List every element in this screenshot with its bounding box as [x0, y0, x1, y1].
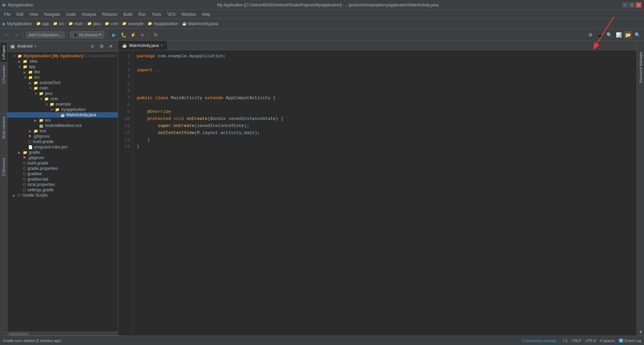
- tree-gradle[interactable]: ▶ 📁 gradle: [7, 150, 118, 155]
- menu-edit[interactable]: Edit: [14, 11, 26, 17]
- collapse-all-button[interactable]: ⊟: [88, 42, 96, 50]
- tree-java[interactable]: ▼ 📁 java: [7, 91, 118, 96]
- close-button[interactable]: ✕: [636, 2, 641, 8]
- status-encoding[interactable]: UTF-8: [586, 339, 596, 343]
- menu-help[interactable]: Help: [199, 11, 213, 17]
- tree-gradle-scripts[interactable]: ▶ ⬡ Gradle Scripts: [7, 193, 118, 198]
- breadcrumb-src[interactable]: src: [59, 21, 64, 26]
- sidebar-tab-structure[interactable]: Z-Structure: [0, 155, 7, 179]
- tree-androidmanifest[interactable]: 🤖 AndroidManifest.xml: [7, 123, 118, 128]
- stop-button[interactable]: ■: [138, 31, 146, 39]
- status-indent[interactable]: 4 spaces: [600, 339, 615, 343]
- tree-androidtest-label: androidTest: [40, 80, 60, 85]
- status-event-log-section[interactable]: 1 Event Log: [619, 339, 641, 343]
- maximize-button[interactable]: □: [629, 2, 635, 8]
- close-panel-button[interactable]: ✕: [107, 42, 115, 50]
- sidebar-tab-build-variants[interactable]: Build Variants: [0, 113, 7, 141]
- tree-main[interactable]: ▼ 📁 main: [7, 85, 118, 91]
- tree-res[interactable]: ▶ 📁 res: [7, 118, 118, 123]
- tree-gitignore-app[interactable]: ⚑ .gitignore: [7, 134, 118, 139]
- minimize-button[interactable]: −: [623, 2, 628, 8]
- pause-button[interactable]: ⏸: [637, 328, 644, 336]
- profile-button[interactable]: ⚡: [129, 31, 137, 39]
- profiler-button[interactable]: 📊: [614, 31, 623, 39]
- com-folder-icon: 📁: [44, 97, 49, 101]
- project-view-dropdown-icon[interactable]: ▾: [35, 44, 37, 49]
- sidebar-tab-project[interactable]: 1:Project: [0, 42, 7, 62]
- line-num-8: 8: [119, 102, 130, 109]
- breadcrumb-com[interactable]: com: [111, 21, 118, 26]
- breadcrumb-java[interactable]: java: [93, 21, 101, 26]
- breadcrumb-mainactivity[interactable]: MainActivity.java: [188, 21, 218, 26]
- no-devices-button[interactable]: 📱 No Devices ▾: [70, 31, 104, 38]
- tree-gitignore-app-label: .gitignore: [33, 134, 49, 139]
- breadcrumb-main[interactable]: main: [74, 21, 83, 26]
- menu-tools[interactable]: Tools: [149, 11, 164, 17]
- breadcrumb-myapplication[interactable]: MyApplication: [7, 21, 32, 26]
- breadcrumb-sep-8: ›: [179, 21, 181, 26]
- avd-manager-button[interactable]: 📱: [596, 31, 604, 39]
- menu-vcs[interactable]: VCS: [165, 11, 178, 17]
- tree-app[interactable]: ▼ 📁 app: [7, 64, 118, 69]
- breadcrumb-example[interactable]: example: [128, 21, 143, 26]
- tree-local-properties-label: local.properties: [28, 182, 55, 187]
- tree-androidtest[interactable]: ▶ 📁 androidTest: [7, 80, 118, 85]
- tree-gradlew-bat-label: gradlew.bat: [28, 177, 48, 182]
- tree-gradle-properties[interactable]: ⬡ gradle.properties: [7, 166, 118, 171]
- tree-example[interactable]: ▼ 📁 example: [7, 101, 118, 107]
- forward-nav-button[interactable]: →: [12, 31, 20, 39]
- code-text[interactable]: package com.example.myapplication; impor…: [133, 50, 637, 336]
- tree-com[interactable]: ▼ 📁 com: [7, 96, 118, 101]
- menu-code[interactable]: Code: [63, 11, 78, 17]
- tree-gitignore-root[interactable]: ⚑ .gitignore: [7, 155, 118, 160]
- tree-myapplication[interactable]: ▼ 📁 myapplication: [7, 107, 118, 112]
- sdk-manager-button[interactable]: ⚙: [586, 31, 594, 39]
- tree-root[interactable]: ▼ 📁 MyApplication [My Application] C:\Us…: [7, 53, 118, 59]
- menu-build[interactable]: Build: [121, 11, 135, 17]
- tree-idea[interactable]: ▶ 📁 .idea: [7, 59, 118, 64]
- code-editor[interactable]: 1 2 3 4 5 6 7 8 9 10 11 12 13 14 package…: [118, 50, 637, 336]
- tree-proguard[interactable]: 📄 proguard-rules.pro: [7, 144, 118, 150]
- tree-test[interactable]: ▶ 📁 test: [7, 128, 118, 134]
- menu-navigate[interactable]: Navigate: [42, 11, 63, 17]
- tree-local-properties[interactable]: ⬡ local.properties: [7, 182, 118, 187]
- debug-button[interactable]: 🐛: [119, 31, 127, 39]
- back-nav-button[interactable]: ←: [3, 31, 11, 39]
- tree-settings-gradle[interactable]: ⬡ settings.gradle: [7, 187, 118, 193]
- sync-project-button[interactable]: ↻: [152, 31, 160, 39]
- project-view-selector[interactable]: Android: [17, 44, 33, 49]
- menu-analyze[interactable]: Analyze: [79, 11, 99, 17]
- add-configuration-button[interactable]: Add Configuration...: [26, 31, 64, 38]
- tree-gradle-properties-label: gradle.properties: [28, 166, 58, 171]
- breadcrumb-myapplication-pkg[interactable]: myapplication: [154, 21, 178, 26]
- tree-build-gradle-app-label: build.gradle: [33, 139, 54, 144]
- editor-tab-mainactivity[interactable]: ☕ MainActivity.java ✕: [118, 41, 168, 50]
- project-panel: 🤖 Android ▾ ⊟ ⚙ ✕ ▼ 📁 MyApplication [My …: [7, 41, 118, 336]
- tree-build-gradle-app[interactable]: ⬡ build.gradle: [7, 139, 118, 144]
- status-line-ending[interactable]: CRLF: [572, 339, 582, 343]
- window-controls: − □ ✕: [623, 2, 641, 8]
- settings-button[interactable]: ⚙: [98, 42, 106, 50]
- event-log-label: Event Log: [625, 339, 641, 343]
- tree-src[interactable]: ▼ 📁 src: [7, 75, 118, 80]
- breadcrumb-app[interactable]: app: [42, 21, 49, 26]
- tree-gradlew[interactable]: ⬡ gradlew: [7, 171, 118, 177]
- device-explorer-button[interactable]: 📂: [624, 31, 632, 39]
- menu-refactor[interactable]: Refactor: [100, 11, 120, 17]
- layout-inspector-button[interactable]: 🔍: [605, 31, 613, 39]
- tree-libs[interactable]: ▶ 📁 libs: [7, 69, 118, 75]
- java-folder-icon: 📁: [39, 91, 44, 96]
- menu-run[interactable]: Run: [136, 11, 149, 17]
- menu-view[interactable]: View: [27, 11, 41, 17]
- menu-file[interactable]: File: [1, 11, 13, 17]
- run-button[interactable]: ▶: [110, 31, 118, 39]
- right-tab-resource-manager[interactable]: Resource Manager: [637, 49, 644, 86]
- status-processes[interactable]: 2 processes running...: [522, 339, 558, 343]
- tree-build-gradle-root[interactable]: ⬡ build.gradle: [7, 160, 118, 166]
- search-everywhere-button[interactable]: 🔍: [633, 31, 641, 39]
- menu-window[interactable]: Window: [179, 11, 199, 17]
- sidebar-tab-favorites[interactable]: 2:Favorites: [0, 62, 7, 86]
- tab-close-button[interactable]: ✕: [161, 44, 163, 47]
- tree-mainactivity[interactable]: ☕ MainActivity.java: [7, 112, 118, 118]
- tree-gradlew-bat[interactable]: ⬡ gradlew.bat: [7, 177, 118, 182]
